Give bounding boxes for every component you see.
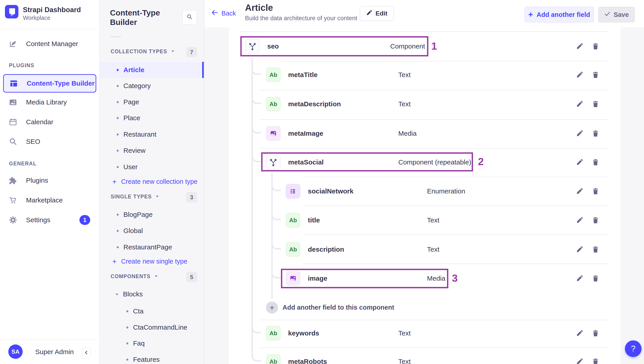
caret-down-icon	[171, 49, 175, 55]
delete-field-button[interactable]	[592, 43, 599, 50]
app-title: Strapi Dashboard	[23, 6, 81, 14]
panel-item-label: Article	[124, 66, 144, 74]
sidebar-item-media-library[interactable]: Media Library	[3, 93, 96, 111]
sidebar-item-marketplace[interactable]: Marketplace	[3, 191, 96, 209]
panel-item-blogpage[interactable]: BlogPage	[100, 207, 204, 223]
annotation-number-3: 3	[452, 272, 458, 284]
panel-item-label: Faq	[133, 339, 145, 347]
panel-item-label: Place	[124, 114, 140, 122]
panel-item-global[interactable]: Global	[100, 223, 204, 239]
sidebar-item-content-manager[interactable]: Content Manager	[3, 35, 96, 53]
panel-item-cta[interactable]: Cta	[100, 303, 204, 319]
sidebar-item-plugins[interactable]: Plugins	[3, 171, 96, 190]
field-name: metaDescription	[288, 100, 341, 108]
add-field-to-component-button[interactable]: +	[266, 301, 278, 314]
collapse-sidebar-button[interactable]	[82, 347, 91, 358]
panel-item-review[interactable]: Review	[100, 142, 204, 159]
components-header[interactable]: COMPONENTS	[110, 273, 158, 280]
back-label: Back	[222, 10, 236, 17]
field-row-metaTitle: AbmetaTitle	[266, 65, 318, 85]
save-button[interactable]: Save	[598, 7, 635, 23]
edit-field-button[interactable]	[576, 275, 584, 282]
settings-badge: 1	[80, 215, 90, 225]
bullet-icon	[117, 166, 119, 168]
bullet-icon	[117, 230, 119, 232]
panel-item-user[interactable]: User	[100, 159, 204, 175]
row-divider	[303, 177, 609, 177]
create-new-collection-type[interactable]: + Create new collection type	[112, 178, 198, 185]
edit-field-button[interactable]	[576, 358, 584, 364]
panel-item-ctacommandline[interactable]: CtaCommandLine	[100, 319, 204, 335]
panel-item-label: Global	[124, 227, 143, 235]
component-group-blocks[interactable]: Blocks	[115, 290, 143, 298]
sidebar-item-calendar[interactable]: Calendar	[3, 113, 96, 131]
sidebar-item-seo[interactable]: SEO	[3, 132, 96, 151]
edit-field-button[interactable]	[576, 329, 584, 337]
edit-field-button[interactable]	[576, 188, 584, 195]
delete-field-button[interactable]	[592, 71, 599, 79]
arrow-left-icon	[211, 9, 218, 18]
sidebar-item-label: Plugins	[26, 176, 48, 184]
delete-field-button[interactable]	[592, 329, 599, 337]
delete-field-button[interactable]	[592, 358, 599, 364]
calendar-icon	[8, 117, 18, 126]
add-field-label: Add another field	[536, 11, 590, 19]
sidebar-item-label: Content-Type Builder	[27, 80, 95, 87]
delete-field-button[interactable]	[592, 100, 599, 108]
bullet-icon	[117, 133, 119, 135]
edit-field-button[interactable]	[576, 158, 584, 166]
panel-item-label: RestaurantPage	[124, 243, 172, 251]
content-type-builder-icon	[9, 79, 18, 88]
add-another-field-button[interactable]: + Add another field	[524, 7, 594, 23]
collection-types-count-badge: 7	[186, 47, 197, 57]
divider	[110, 36, 121, 37]
delete-field-button[interactable]	[592, 216, 599, 224]
edit-field-button[interactable]	[576, 71, 584, 79]
edit-field-button[interactable]	[576, 130, 584, 137]
row-divider	[260, 347, 609, 348]
help-button[interactable]: ?	[625, 340, 642, 357]
create-new-single-type[interactable]: + Create new single type	[112, 258, 187, 265]
edit-field-button[interactable]	[576, 246, 584, 253]
caret-down-icon	[155, 194, 159, 200]
panel-title: Content-Type Builder	[110, 8, 168, 27]
row-divider	[303, 206, 609, 206]
search-button[interactable]	[182, 10, 197, 25]
field-type: Media	[398, 123, 417, 144]
page-subtitle: Build the data architecture of your cont…	[245, 15, 357, 22]
panel-item-place[interactable]: Place	[100, 110, 204, 126]
collection-types-header[interactable]: COLLECTION TYPES	[110, 49, 175, 55]
edit-field-button[interactable]	[576, 43, 584, 50]
panel-item-restaurantpage[interactable]: RestaurantPage	[100, 239, 204, 255]
delete-field-button[interactable]	[592, 275, 599, 282]
text-field-icon: Ab	[266, 97, 280, 111]
field-name: keywords	[288, 329, 319, 337]
add-field-to-component-label[interactable]: Add another field to this component	[282, 304, 394, 311]
delete-field-button[interactable]	[592, 158, 599, 166]
edit-field-button[interactable]	[576, 100, 584, 108]
panel-item-faq[interactable]: Faq	[100, 335, 204, 351]
delete-field-button[interactable]	[592, 130, 599, 137]
edit-button[interactable]: Edit	[360, 6, 394, 21]
field-name: metaRobots	[288, 358, 327, 364]
back-link[interactable]: Back	[211, 9, 236, 18]
field-type: Text	[398, 351, 411, 364]
panel-item-article[interactable]: Article	[100, 62, 204, 78]
panel-item-features[interactable]: Features	[100, 351, 204, 364]
field-row-socialNetwork: socialNetwork	[286, 181, 354, 201]
text-field-icon: Ab	[266, 326, 280, 340]
delete-field-button[interactable]	[592, 246, 599, 253]
delete-field-button[interactable]	[592, 188, 599, 195]
plus-icon: +	[112, 258, 117, 265]
panel-item-page[interactable]: Page	[100, 94, 204, 110]
panel-item-label: BlogPage	[124, 211, 152, 218]
panel-item-restaurant[interactable]: Restaurant	[100, 126, 204, 142]
sidebar-item-content-type-builder[interactable]: Content-Type Builder	[3, 74, 96, 93]
edit-field-button[interactable]	[576, 216, 584, 224]
content-manager-icon	[8, 39, 18, 48]
plus-icon: +	[528, 11, 533, 19]
single-types-header[interactable]: SINGLE TYPES	[110, 194, 159, 200]
media-field-icon	[266, 126, 280, 141]
group-label: Blocks	[123, 290, 143, 298]
panel-item-category[interactable]: Category	[100, 78, 204, 94]
